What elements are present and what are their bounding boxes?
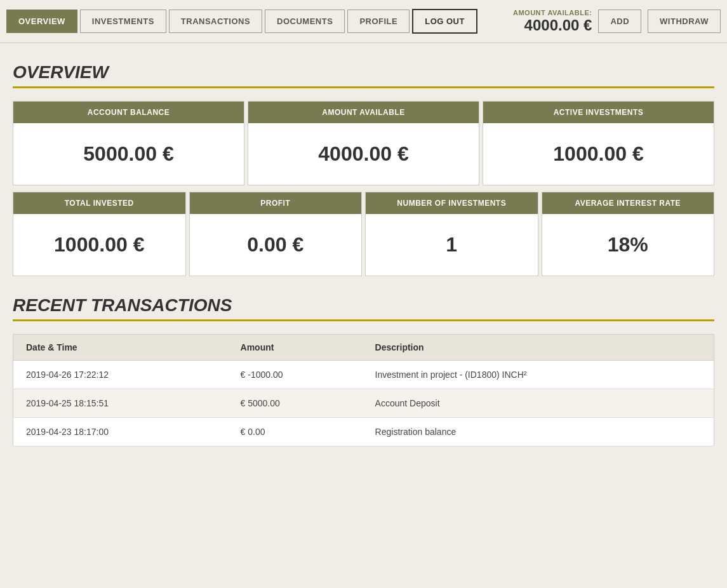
transactions-title: RECENT TRANSACTIONS — [13, 295, 714, 316]
card-profit-body: 0.00 € — [190, 214, 362, 276]
nav-tab-investments[interactable]: INVESTMENTS — [80, 10, 166, 33]
card-profit: PROFIT 0.00 € — [189, 192, 363, 276]
top-cards-row: ACCOUNT BALANCE 5000.00 € AMOUNT AVAILAB… — [13, 101, 714, 185]
navbar: OVERVIEW INVESTMENTS TRANSACTIONS DOCUME… — [0, 0, 727, 43]
card-account-balance: ACCOUNT BALANCE 5000.00 € — [13, 101, 244, 185]
transactions-tbody: 2019-04-26 17:22:12€ -1000.00Investment … — [13, 361, 714, 446]
card-account-balance-header: ACCOUNT BALANCE — [13, 102, 244, 123]
nav-tab-overview[interactable]: OVERVIEW — [6, 10, 77, 33]
nav-tab-documents[interactable]: DOCUMENTS — [265, 10, 345, 33]
nav-right: AMOUNT AVAILABLE: 4000.00 € ADD WITHDRAW — [513, 9, 721, 34]
card-number-of-investments-value: 1 — [446, 233, 457, 256]
main-content: OVERVIEW ACCOUNT BALANCE 5000.00 € AMOUN… — [0, 43, 727, 465]
card-account-balance-value: 5000.00 € — [83, 142, 173, 165]
transactions-title-underline — [13, 319, 714, 321]
card-amount-available-header: AMOUNT AVAILABLE — [248, 102, 479, 123]
card-number-of-investments-body: 1 — [366, 214, 538, 276]
card-total-invested: TOTAL INVESTED 1000.00 € — [13, 192, 186, 276]
cell-description: Investment in project - (ID1800) INCH² — [363, 361, 714, 389]
card-average-interest-rate-value: 18% — [608, 233, 648, 256]
col-datetime: Date & Time — [13, 335, 228, 361]
nav-tab-profile[interactable]: PROFILE — [347, 10, 410, 33]
add-button[interactable]: ADD — [598, 10, 641, 33]
card-amount-available: AMOUNT AVAILABLE 4000.00 € — [248, 101, 479, 185]
card-average-interest-rate: AVERAGE INTEREST RATE 18% — [542, 192, 715, 276]
card-active-investments-value: 1000.00 € — [553, 142, 643, 165]
table-row: 2019-04-26 17:22:12€ -1000.00Investment … — [13, 361, 714, 389]
table-row: 2019-04-23 18:17:00€ 0.00Registration ba… — [13, 418, 714, 446]
transactions-thead: Date & Time Amount Description — [13, 335, 714, 361]
cell-amount: € 0.00 — [228, 418, 363, 446]
col-amount: Amount — [228, 335, 363, 361]
transactions-header-row: Date & Time Amount Description — [13, 335, 714, 361]
card-average-interest-rate-header: AVERAGE INTEREST RATE — [542, 192, 714, 214]
card-amount-available-body: 4000.00 € — [248, 123, 479, 185]
cell-amount: € -1000.00 — [228, 361, 363, 389]
transactions-table: Date & Time Amount Description 2019-04-2… — [13, 334, 714, 446]
cell-description: Account Deposit — [363, 389, 714, 418]
amount-available-value: 4000.00 € — [513, 17, 592, 34]
overview-title-underline — [13, 86, 714, 88]
card-amount-available-value: 4000.00 € — [318, 142, 408, 165]
card-average-interest-rate-body: 18% — [542, 214, 714, 276]
card-profit-header: PROFIT — [190, 192, 362, 214]
card-active-investments-body: 1000.00 € — [483, 123, 714, 185]
card-account-balance-body: 5000.00 € — [13, 123, 244, 185]
nav-tab-logout[interactable]: LOG OUT — [412, 9, 477, 34]
nav-tab-transactions[interactable]: TRANSACTIONS — [169, 10, 262, 33]
amount-available-block: AMOUNT AVAILABLE: 4000.00 € — [513, 9, 592, 34]
transactions-section: RECENT TRANSACTIONS Date & Time Amount D… — [13, 295, 714, 446]
card-active-investments-header: ACTIVE INVESTMENTS — [483, 102, 714, 123]
card-total-invested-body: 1000.00 € — [13, 214, 185, 276]
card-profit-value: 0.00 € — [247, 233, 303, 256]
card-number-of-investments-header: NUMBER OF INVESTMENTS — [366, 192, 538, 214]
withdraw-button[interactable]: WITHDRAW — [648, 10, 721, 33]
table-row: 2019-04-25 18:15:51€ 5000.00Account Depo… — [13, 389, 714, 418]
nav-tabs: OVERVIEW INVESTMENTS TRANSACTIONS DOCUME… — [6, 9, 513, 34]
bottom-cards-row: TOTAL INVESTED 1000.00 € PROFIT 0.00 € N… — [13, 192, 714, 276]
card-active-investments: ACTIVE INVESTMENTS 1000.00 € — [483, 101, 714, 185]
amount-available-label: AMOUNT AVAILABLE: — [513, 9, 592, 17]
overview-title: OVERVIEW — [13, 62, 714, 83]
cell-datetime: 2019-04-25 18:15:51 — [13, 389, 228, 418]
cell-amount: € 5000.00 — [228, 389, 363, 418]
cell-description: Registration balance — [363, 418, 714, 446]
card-total-invested-header: TOTAL INVESTED — [13, 192, 185, 214]
col-description: Description — [363, 335, 714, 361]
card-total-invested-value: 1000.00 € — [54, 233, 144, 256]
card-number-of-investments: NUMBER OF INVESTMENTS 1 — [365, 192, 538, 276]
cell-datetime: 2019-04-26 17:22:12 — [13, 361, 228, 389]
cell-datetime: 2019-04-23 18:17:00 — [13, 418, 228, 446]
